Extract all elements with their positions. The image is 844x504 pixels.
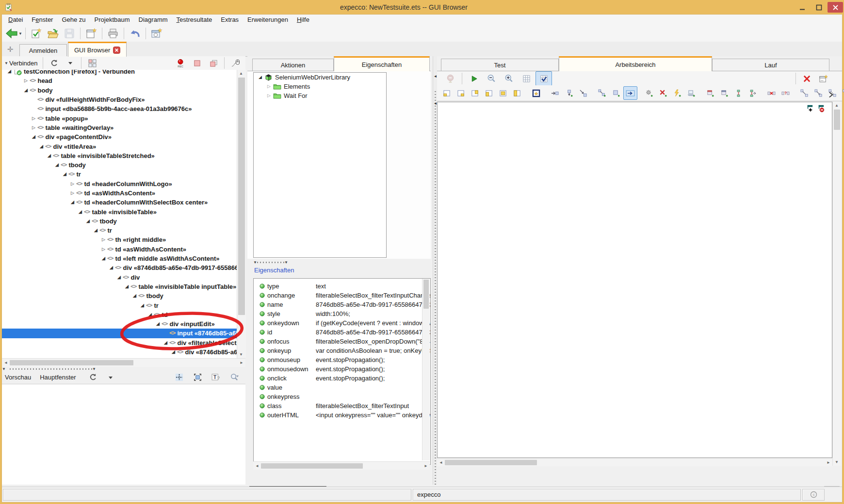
menu-diagramm[interactable]: Diagramm xyxy=(134,15,172,25)
middle-tab-aktionen[interactable]: Aktionen xyxy=(252,59,334,71)
workspace-tab-lauf[interactable]: Lauf xyxy=(712,59,829,71)
diagl4-icon[interactable] xyxy=(840,86,844,100)
caret-down-icon[interactable] xyxy=(102,370,119,385)
tab-gui-browser[interactable]: GUI Browser xyxy=(68,42,127,57)
tree-node-body[interactable]: ◢<>body xyxy=(2,86,237,95)
property-row-onmouseup[interactable]: onmouseupevent.stopPropagation(); xyxy=(254,355,430,364)
menu-hilfe[interactable]: Hilfe xyxy=(292,15,314,25)
scroll-thumb[interactable] xyxy=(834,110,840,130)
property-row-class[interactable]: classfilterableSelectBox_filterTextInput xyxy=(254,401,430,410)
ins-right-icon[interactable] xyxy=(548,86,562,100)
menu-erweiterungen[interactable]: Erweiterungen xyxy=(243,15,292,25)
tree-node-table[interactable]: ▷<>table «waitingOverlay» xyxy=(2,123,237,132)
tree-node-th[interactable]: ▷<>th «right middle» xyxy=(2,235,237,244)
tree-node-td[interactable]: ◢<>td «headerColumnWithSelectBox center» xyxy=(2,198,237,207)
expander-icon[interactable]: ◢ xyxy=(69,198,76,207)
scroll-left-icon[interactable]: ◄ xyxy=(2,359,10,366)
workspace-tab-arbeitsbereich[interactable]: Arbeitsbereich xyxy=(559,56,712,71)
tree-node-div[interactable]: ◢<>div «8746db85-a65e-47db-9917-6558664 xyxy=(2,263,237,272)
marker-move-icon[interactable] xyxy=(806,104,814,112)
property-row-onchange[interactable]: onchangefilterableSelectBox_filterTextIn… xyxy=(254,291,430,300)
scroll-right-icon[interactable]: ► xyxy=(825,459,832,466)
minimize-button[interactable] xyxy=(795,2,810,13)
property-row-style[interactable]: stylewidth:100%; xyxy=(254,309,430,318)
tree-node-div[interactable]: ◢<>div «titleArea» xyxy=(2,142,237,151)
marker-stop-icon[interactable] xyxy=(817,104,825,112)
zoomdrop-icon[interactable] xyxy=(226,370,243,385)
tree-node-table[interactable]: ◢<>table «invisibleTable» xyxy=(2,207,237,216)
expander-icon[interactable]: ◢ xyxy=(53,160,61,170)
connect-dropdown[interactable]: Verbinden xyxy=(9,60,38,67)
rec-icon[interactable]: REC xyxy=(172,56,189,70)
undo-icon[interactable] xyxy=(127,26,143,41)
expander-icon[interactable]: ◢ xyxy=(61,170,68,179)
tree-node-table[interactable]: ▷<>table «popup» xyxy=(2,113,237,123)
property-row-onclick[interactable]: onclickevent.stopPropagation(); xyxy=(254,374,430,383)
scroll-down-icon[interactable]: ▼ xyxy=(237,351,245,358)
expander-icon[interactable]: ▷ xyxy=(30,123,37,132)
library-node-wait-for[interactable]: ▷Wait For xyxy=(254,91,386,100)
tree-node-input[interactable]: <>input «dba56886-5b9b-4acc-aeea-01a3ab9… xyxy=(2,104,237,113)
property-row-onkeyup[interactable]: onkeyupvar conditionAsBoolean = true; on… xyxy=(254,346,430,355)
add-diag-icon[interactable] xyxy=(595,86,609,100)
open-icon[interactable] xyxy=(45,26,61,41)
expander-icon[interactable]: ◢ xyxy=(6,70,13,76)
tree-node-tbody[interactable]: ◢<>tbody xyxy=(2,160,237,170)
zoomsel-icon[interactable] xyxy=(442,71,458,86)
expander-icon[interactable]: ◢ xyxy=(84,217,92,226)
expander-icon[interactable]: ◢ xyxy=(115,273,123,282)
tree-node-div[interactable]: ◢<>div «inputEdit» xyxy=(2,319,237,329)
tree-node-connection[interactable]: ◢testConnection [Firefox] - Verbunden xyxy=(2,70,237,76)
tree-node-tr[interactable]: ◢<>tr xyxy=(2,170,237,179)
con-q-icon[interactable]: ? xyxy=(779,86,793,100)
expander-icon[interactable]: ◢ xyxy=(30,132,37,142)
grid-icon[interactable] xyxy=(518,71,535,86)
expander-icon[interactable]: ◢ xyxy=(162,338,169,347)
property-row-value[interactable]: value xyxy=(254,383,430,392)
delete-icon[interactable] xyxy=(798,71,815,86)
scroll-right-icon[interactable]: ► xyxy=(238,359,245,366)
library-node-elements[interactable]: ▷Elements xyxy=(254,82,386,91)
diagl1-icon[interactable] xyxy=(797,86,812,100)
newel-icon[interactable]: ★ xyxy=(529,86,543,100)
mouse-icon[interactable] xyxy=(227,56,243,70)
print-icon[interactable] xyxy=(105,26,121,41)
expander-icon[interactable]: ▷ xyxy=(69,179,76,189)
expander-icon[interactable]: ▷ xyxy=(100,235,107,244)
scroll-thumb[interactable] xyxy=(10,360,133,365)
caret-down-icon[interactable] xyxy=(62,56,79,70)
snapshot-icon[interactable]: ★ xyxy=(148,26,165,41)
tree-node-table[interactable]: ◢<>table «invisibleTableStretched» xyxy=(2,151,237,160)
tree-node-input[interactable]: <>input «8746db85-a65 xyxy=(2,329,237,338)
page-frame-icon[interactable] xyxy=(496,86,510,100)
stop-icon[interactable] xyxy=(189,56,205,70)
tree-node-td[interactable]: ▷<>td «asWidthAsContent» xyxy=(2,189,237,198)
goto-icon[interactable] xyxy=(623,86,637,100)
add-box-icon[interactable] xyxy=(609,86,623,100)
scroll-thumb[interactable] xyxy=(445,460,537,465)
scroll-thumb[interactable] xyxy=(261,463,363,469)
pin2-add-icon[interactable] xyxy=(717,86,731,100)
expander-icon[interactable]: ◢ xyxy=(170,347,177,357)
layout-icon[interactable] xyxy=(84,56,100,70)
bolt-add-icon[interactable] xyxy=(670,86,684,100)
scroll-up-icon[interactable]: ▲ xyxy=(237,70,245,77)
stopall-icon[interactable] xyxy=(205,56,222,70)
refresh-icon[interactable] xyxy=(85,370,101,385)
vbar-loop-icon[interactable] xyxy=(746,86,760,100)
page-cols-icon[interactable] xyxy=(510,86,524,100)
tab-close-icon[interactable] xyxy=(113,47,120,54)
tree-node-tr[interactable]: ◢<>tr xyxy=(2,226,237,235)
page-bl-icon[interactable] xyxy=(440,86,454,100)
ins-diag-icon[interactable] xyxy=(576,86,590,100)
refresh-icon[interactable] xyxy=(46,56,62,70)
tree-node-div[interactable]: ◢<>div xyxy=(2,273,237,282)
expander-icon[interactable]: ◢ xyxy=(38,142,45,151)
zoomin-icon[interactable] xyxy=(501,71,517,86)
crosshair-icon[interactable] xyxy=(171,370,187,385)
app-add-icon[interactable] xyxy=(684,86,698,100)
expander-icon[interactable]: ◢ xyxy=(46,151,53,160)
diagram-canvas[interactable] xyxy=(437,102,832,458)
ins-down-icon[interactable] xyxy=(562,86,576,100)
tree-node-head[interactable]: ▷<>head xyxy=(2,76,237,85)
